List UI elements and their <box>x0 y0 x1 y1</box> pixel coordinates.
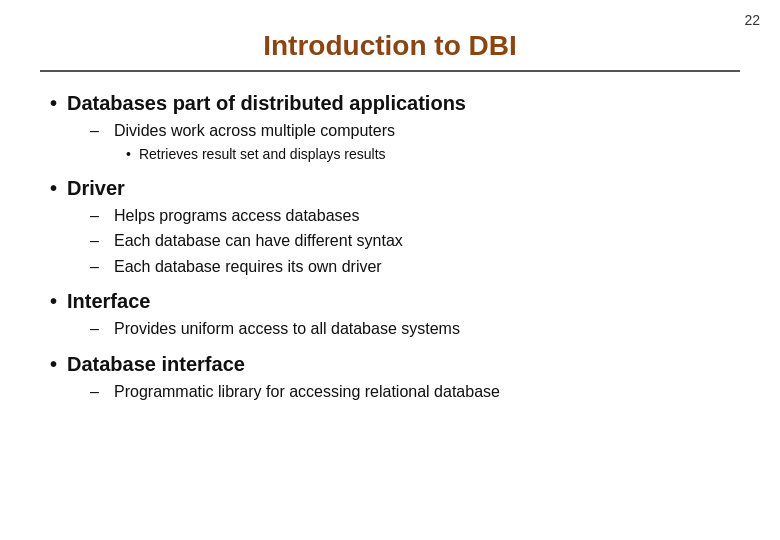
sub-item-2-1: – Helps programs access databases <box>90 205 740 227</box>
sub-items-1: – Divides work across multiple computers… <box>50 120 740 165</box>
sub-sub-dot-1-1-1: • <box>126 145 131 165</box>
slide-number: 22 <box>744 12 760 28</box>
sub-dash-2-2: – <box>90 230 106 252</box>
bullet-item-4: • Database interface – Programmatic libr… <box>50 351 740 403</box>
sub-sub-items-1-1: • Retrieves result set and displays resu… <box>90 145 740 165</box>
slide-content: • Databases part of distributed applicat… <box>40 90 740 403</box>
slide-title: Introduction to DBI <box>40 30 740 62</box>
bullet-main-4: • Database interface <box>50 351 740 377</box>
bullet-text-1: Databases part of distributed applicatio… <box>67 90 466 116</box>
sub-sub-text-1-1-1: Retrieves result set and displays result… <box>139 145 386 165</box>
bullet-dot-1: • <box>50 90 57 116</box>
sub-dash-2-1: – <box>90 205 106 227</box>
sub-dash-1-1: – <box>90 120 106 142</box>
sub-item-3-1: – Provides uniform access to all databas… <box>90 318 740 340</box>
sub-text-4-1: Programmatic library for accessing relat… <box>114 381 500 403</box>
bullet-main-1: • Databases part of distributed applicat… <box>50 90 740 116</box>
sub-item-2-3: – Each database requires its own driver <box>90 256 740 278</box>
sub-text-2-1: Helps programs access databases <box>114 205 359 227</box>
sub-item-2-2: – Each database can have different synta… <box>90 230 740 252</box>
bullet-item-1: • Databases part of distributed applicat… <box>50 90 740 165</box>
sub-items-2: – Helps programs access databases – Each… <box>50 205 740 278</box>
bullet-text-4: Database interface <box>67 351 245 377</box>
sub-item-1-1: – Divides work across multiple computers <box>90 120 740 142</box>
sub-text-1-1: Divides work across multiple computers <box>114 120 395 142</box>
bullet-dot-4: • <box>50 351 57 377</box>
bullet-text-3: Interface <box>67 288 150 314</box>
sub-items-3: – Provides uniform access to all databas… <box>50 318 740 340</box>
bullet-main-3: • Interface <box>50 288 740 314</box>
slide-container: 22 Introduction to DBI • Databases part … <box>0 0 780 540</box>
sub-items-4: – Programmatic library for accessing rel… <box>50 381 740 403</box>
sub-text-3-1: Provides uniform access to all database … <box>114 318 460 340</box>
sub-dash-4-1: – <box>90 381 106 403</box>
sub-text-2-3: Each database requires its own driver <box>114 256 382 278</box>
sub-sub-item-1-1-1: • Retrieves result set and displays resu… <box>126 145 740 165</box>
sub-dash-2-3: – <box>90 256 106 278</box>
bullet-dot-3: • <box>50 288 57 314</box>
title-divider <box>40 70 740 72</box>
sub-item-4-1: – Programmatic library for accessing rel… <box>90 381 740 403</box>
sub-dash-3-1: – <box>90 318 106 340</box>
bullet-item-2: • Driver – Helps programs access databas… <box>50 175 740 278</box>
bullet-dot-2: • <box>50 175 57 201</box>
sub-text-2-2: Each database can have different syntax <box>114 230 403 252</box>
bullet-item-3: • Interface – Provides uniform access to… <box>50 288 740 340</box>
bullet-main-2: • Driver <box>50 175 740 201</box>
bullet-text-2: Driver <box>67 175 125 201</box>
